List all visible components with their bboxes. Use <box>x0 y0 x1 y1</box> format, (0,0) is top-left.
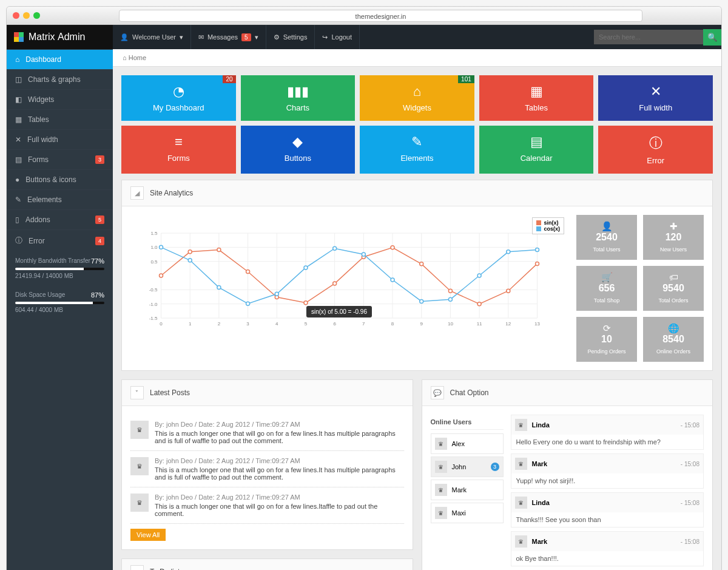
user-icon: 👤 <box>120 33 129 41</box>
close-window-icon[interactable] <box>13 12 19 19</box>
view-all-button[interactable]: View All <box>130 529 166 541</box>
svg-point-49 <box>420 262 423 266</box>
sidebar-item-tables[interactable]: ▦Tables <box>7 109 113 129</box>
msg-name: Linda <box>532 499 550 506</box>
svg-point-45 <box>304 301 308 305</box>
sidebar-item-full-width[interactable]: ✕Full width <box>7 129 113 149</box>
tile-error[interactable]: ⓘError <box>598 126 713 174</box>
analytics-chart[interactable]: -1.5-1.0-0.50.51.01.5012345678910111213 … <box>130 215 568 362</box>
stat-icon: ⟳ <box>603 323 611 333</box>
svg-text:1.0: 1.0 <box>150 245 158 250</box>
check-icon[interactable]: ✓ <box>130 565 144 570</box>
sidebar-icon: ● <box>15 175 19 184</box>
stat-value: 656 <box>579 283 635 294</box>
online-user[interactable]: ♛Alex <box>431 433 504 454</box>
maximize-window-icon[interactable] <box>33 12 40 19</box>
messages-label: Messages <box>207 33 238 41</box>
chevron-down-icon[interactable]: 🢓 <box>130 386 144 399</box>
svg-text:3: 3 <box>246 321 249 327</box>
tile-label: Elements <box>400 154 433 163</box>
avatar-icon: ♛ <box>435 438 447 450</box>
tile-icon: ◆ <box>241 134 356 150</box>
tile-buttons[interactable]: ◆Buttons <box>241 126 356 174</box>
msg-time: - 15:08 <box>681 461 699 467</box>
tile-elements[interactable]: ✎Elements <box>360 126 474 174</box>
post-meta: By: john Deo / Date: 2 Aug 2012 / Time:0… <box>155 494 404 501</box>
tile-label: Forms <box>167 154 190 163</box>
welcome-user-dropdown[interactable]: 👤 Welcome User ▾ <box>113 25 191 49</box>
breadcrumb-home[interactable]: Home <box>129 54 146 61</box>
home-icon: ⌂ <box>123 54 127 61</box>
tile-calendar[interactable]: ▤Calendar <box>479 126 594 174</box>
tile-full-width[interactable]: ✕Full width <box>598 75 713 121</box>
msg-time: - 15:08 <box>681 538 699 545</box>
sidebar-badge: 3 <box>95 155 104 164</box>
settings-link[interactable]: ⚙ Settings <box>266 25 315 49</box>
settings-label: Settings <box>283 33 308 41</box>
legend-cos: cos(x) <box>544 226 560 232</box>
svg-point-57 <box>246 302 250 305</box>
stat-total-shop[interactable]: 🛒656Total Shop <box>576 266 637 311</box>
tile-widgets[interactable]: 101⌂Widgets <box>360 75 474 121</box>
svg-point-64 <box>448 297 452 301</box>
minimize-window-icon[interactable] <box>23 12 30 19</box>
sidebar-item-widgets[interactable]: ◧Widgets <box>7 89 113 109</box>
welcome-label: Welcome User <box>132 33 176 41</box>
svg-point-43 <box>246 270 250 273</box>
svg-point-42 <box>217 248 221 252</box>
tile-label: Widgets <box>403 103 431 112</box>
sidebar-item-dashboard[interactable]: ⌂Dashboard <box>7 49 113 69</box>
site-analytics-panel: ◢ Site Analytics -1.5-1.0-0.50.51.01.501… <box>121 180 713 371</box>
stat-value: 120 <box>645 232 701 243</box>
panel-title: To Do list <box>150 568 180 570</box>
stat-total-users[interactable]: 👤2540Total Users <box>576 215 637 260</box>
stat-new-users[interactable]: ✚120New Users <box>643 215 704 260</box>
stat-total-orders[interactable]: 🏷9540Total Orders <box>643 266 704 311</box>
sidebar-item-charts-graphs[interactable]: ◫Charts & graphs <box>7 69 113 89</box>
svg-point-52 <box>507 289 510 293</box>
logout-link[interactable]: ↪ Logout <box>315 25 360 49</box>
tile-tables[interactable]: ▦Tables <box>479 75 594 121</box>
tile-label: Charts <box>286 103 309 112</box>
stat-label: Total Users <box>593 246 620 253</box>
sidebar-item-forms[interactable]: ▤Forms3 <box>7 149 113 169</box>
tile-label: Tables <box>525 103 548 112</box>
stat-label: Total Shop <box>594 297 620 304</box>
tile-my-dashboard[interactable]: 20◔My Dashboard <box>121 75 236 121</box>
avatar-icon: ♛ <box>130 494 149 512</box>
sidebar-icon: ◧ <box>15 95 22 104</box>
search-input[interactable] <box>594 30 703 44</box>
top-nav: Matrix Admin 👤 Welcome User ▾ ✉ Messages… <box>7 25 721 49</box>
messages-badge: 5 <box>241 33 251 41</box>
online-user[interactable]: ♛John3 <box>431 456 504 477</box>
msg-time: - 15:08 <box>681 422 699 429</box>
svg-text:4: 4 <box>275 321 278 327</box>
chevron-down-icon: ▾ <box>180 33 183 41</box>
logout-label: Logout <box>331 33 352 41</box>
tile-badge: 101 <box>458 75 474 83</box>
sidebar-icon: ✕ <box>15 135 21 144</box>
sidebar-item-addons[interactable]: ▯Addons5 <box>7 209 113 229</box>
brand-first: Matrix <box>29 32 55 42</box>
brand-logo-icon <box>14 32 24 42</box>
sidebar-item-buttons-icons[interactable]: ●Buttons & icons <box>7 169 113 189</box>
sidebar-item-eelements[interactable]: ✎Eelements <box>7 189 113 209</box>
online-user[interactable]: ♛Mark <box>431 480 504 500</box>
stat-pending-orders[interactable]: ⟳10Pending Orders <box>576 317 637 362</box>
messages-link[interactable]: ✉ Messages 5 ▾ <box>191 25 266 49</box>
tile-charts[interactable]: ▮▮▮Charts <box>241 75 356 121</box>
sidebar-item-error[interactable]: ⓘError4 <box>7 229 113 251</box>
tile-forms[interactable]: ≡Forms <box>121 126 236 174</box>
sidebar-label: Dashboard <box>25 55 61 64</box>
tile-icon: ⌂ <box>360 84 474 100</box>
search-button[interactable]: 🔍 <box>703 29 721 46</box>
post-body: This is a much longer one that will go o… <box>155 503 404 517</box>
address-bar[interactable]: themedesigner.in <box>119 10 642 22</box>
todo-panel: ✓ To Do list Luanch This theme on Themef… <box>121 558 413 570</box>
disk-section: 87% Disk Space Usage 604.44 / 4000 MB <box>7 285 113 319</box>
avatar-icon: ♛ <box>435 461 447 473</box>
msg-body: Thanks!!! See you soon than <box>511 512 704 527</box>
online-user[interactable]: ♛Maxi <box>431 503 504 523</box>
stat-online-orders[interactable]: 🌐8540Online Orders <box>643 317 704 362</box>
avatar-icon: ♛ <box>130 421 149 439</box>
